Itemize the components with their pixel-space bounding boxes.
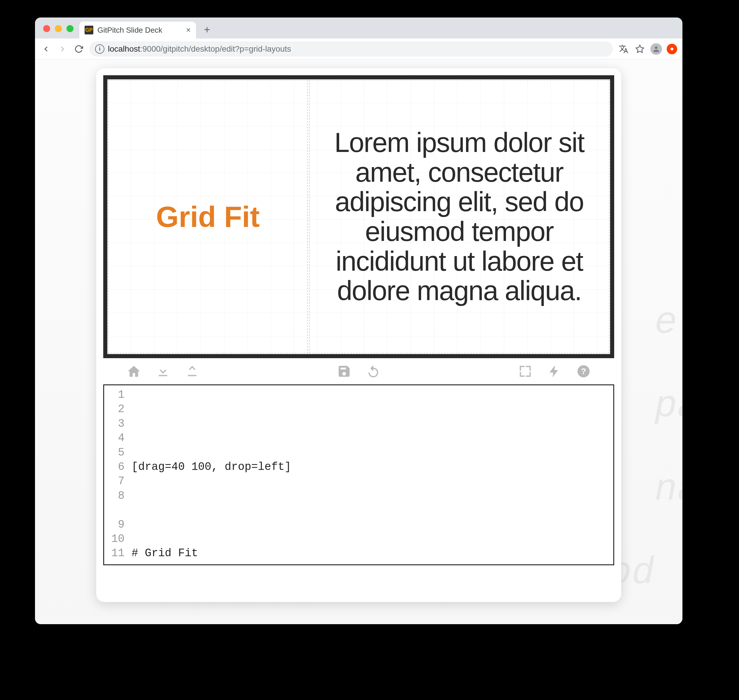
svg-text:?: ? [581, 367, 586, 376]
toolbar-group-center [337, 364, 381, 379]
editor-toolbar: ? [103, 358, 614, 384]
page-content: et pa na od ( Grid Fit Lorem ipsum dolor… [35, 59, 682, 624]
code-line[interactable] [132, 589, 610, 603]
bookmark-icon[interactable] [634, 43, 646, 55]
close-tab-button[interactable]: × [186, 25, 191, 35]
home-icon[interactable] [126, 364, 141, 379]
toolbar-group-right: ? [518, 364, 591, 379]
line-gutter: 12345 678 91011 [104, 385, 128, 565]
browser-window: GP GitPitch Slide Deck × + i localhost:9… [35, 18, 682, 624]
forward-button[interactable] [57, 43, 68, 55]
slide-left-block: Grid Fit [107, 79, 309, 354]
svg-point-1 [670, 47, 673, 50]
url-text: localhost:9000/gitpitch/desktop/edit?p=g… [108, 44, 291, 54]
slide-preview: Grid Fit Lorem ipsum dolor sit amet, con… [103, 75, 614, 358]
browser-tab[interactable]: GP GitPitch Slide Deck × [79, 22, 196, 38]
maximize-window-button[interactable] [66, 25, 73, 32]
translate-icon[interactable] [618, 43, 629, 55]
browser-toolbar: i localhost:9000/gitpitch/desktop/edit?p… [35, 38, 682, 59]
help-icon[interactable]: ? [576, 364, 591, 379]
bolt-icon[interactable] [547, 364, 562, 379]
toolbar-group-left [126, 364, 200, 379]
code-line[interactable]: [drag=40 100, drop=left] [132, 460, 610, 474]
svg-point-0 [655, 46, 657, 49]
new-tab-button[interactable]: + [201, 24, 213, 35]
minimize-window-button[interactable] [55, 25, 62, 32]
site-info-icon[interactable]: i [95, 44, 104, 54]
code-content[interactable]: [drag=40 100, drop=left] # Grid Fit [dra… [128, 385, 613, 565]
favicon: GP [85, 26, 93, 34]
code-line[interactable] [132, 503, 610, 517]
code-line[interactable]: # Grid Fit [132, 546, 610, 560]
expand-icon[interactable] [518, 364, 533, 379]
back-button[interactable] [40, 43, 52, 55]
slide-right-block: Lorem ipsum dolor sit amet, consectetur … [309, 79, 610, 354]
slide-heading: Grid Fit [156, 200, 260, 234]
extension-icon[interactable] [667, 44, 677, 54]
window-controls [43, 25, 73, 32]
code-line[interactable] [132, 416, 610, 431]
reload-button[interactable] [73, 43, 85, 55]
download-icon[interactable] [156, 364, 170, 379]
close-window-button[interactable] [43, 25, 50, 32]
slide-body-text: Lorem ipsum dolor sit amet, consectetur … [317, 128, 601, 305]
refresh-icon[interactable] [366, 364, 381, 379]
upload-icon[interactable] [185, 364, 200, 379]
editor-card: Grid Fit Lorem ipsum dolor sit amet, con… [96, 68, 621, 602]
save-icon[interactable] [337, 364, 351, 379]
profile-avatar[interactable] [650, 43, 662, 55]
address-bar[interactable]: i localhost:9000/gitpitch/desktop/edit?p… [89, 41, 613, 57]
tab-title: GitPitch Slide Deck [97, 26, 182, 35]
tab-bar: GP GitPitch Slide Deck × + [35, 18, 682, 38]
code-editor[interactable]: 12345 678 91011 [drag=40 100, drop=left]… [103, 384, 614, 565]
